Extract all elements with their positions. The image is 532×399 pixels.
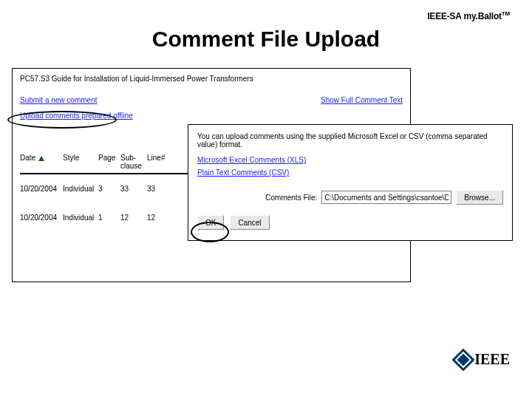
browse-button[interactable]: Browse...	[456, 190, 503, 205]
download-xls-template-link[interactable]: Microsoft Excel Comments (XLS)	[197, 156, 306, 164]
sort-asc-icon	[38, 156, 44, 161]
col-date[interactable]: Date	[20, 154, 63, 170]
brand-name: Ballot	[478, 11, 502, 21]
ieee-logo-text: IEEE	[474, 351, 510, 368]
comments-table: Date Style Page Sub-clause Line# 10/20/2…	[20, 154, 190, 232]
page-title: Comment File Upload	[0, 27, 532, 52]
cancel-button[interactable]: Cancel	[230, 215, 269, 230]
col-page[interactable]: Page	[98, 154, 120, 170]
submit-new-comment-link[interactable]: Submit a new comment	[20, 96, 98, 104]
table-header: Date Style Page Sub-clause Line#	[20, 154, 190, 174]
brand-prefix: IEEE-SA my.	[427, 11, 478, 21]
show-full-comment-text-link[interactable]: Show Full Comment Text	[321, 96, 403, 104]
document-title: PC57.S3 Guide for Installation of Liquid…	[20, 75, 403, 83]
dialog-description: You can upload comments using the suppli…	[197, 132, 503, 149]
file-field-row: Comments File: Browse...	[197, 190, 503, 205]
ok-button[interactable]: OK	[197, 215, 224, 230]
upload-offline-link[interactable]: Upload comments prepared offline	[20, 112, 133, 120]
ieee-logo: IEEE	[455, 351, 510, 368]
col-style[interactable]: Style	[63, 154, 98, 170]
comments-file-input[interactable]	[321, 191, 451, 204]
col-subclause[interactable]: Sub-clause	[120, 154, 147, 170]
trademark-symbol: TM	[502, 10, 510, 17]
upload-dialog: You can upload comments using the suppli…	[188, 124, 513, 241]
table-row: 10/20/2004 Individual 3 33 33	[20, 174, 190, 203]
table-row: 10/20/2004 Individual 1 12 12	[20, 203, 190, 232]
brand-label: IEEE-SA my.BallotTM	[427, 10, 510, 21]
comments-file-label: Comments File:	[265, 194, 317, 202]
download-csv-template-link[interactable]: Plain Text Comments (CSV)	[197, 168, 289, 177]
col-line[interactable]: Line#	[147, 154, 174, 170]
ieee-diamond-icon	[452, 348, 475, 371]
